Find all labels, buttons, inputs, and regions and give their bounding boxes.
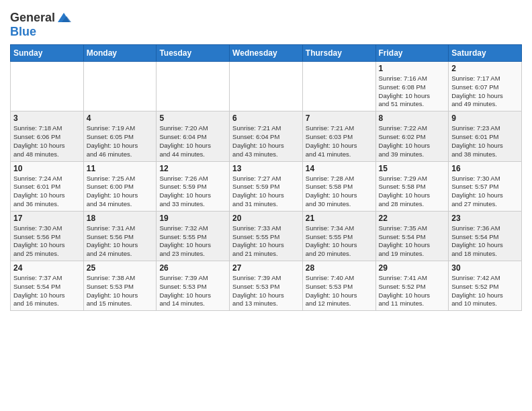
cell-content: Sunrise: 7:29 AM Sunset: 5:58 PM Dayligh… — [379, 175, 446, 209]
day-number: 20 — [232, 214, 300, 223]
day-number: 4 — [87, 113, 154, 123]
cell-content: Sunrise: 7:21 AM Sunset: 6:04 PM Dayligh… — [232, 124, 300, 158]
cell-content: Sunrise: 7:23 AM Sunset: 6:01 PM Dayligh… — [451, 124, 519, 158]
calendar-cell: 7Sunrise: 7:21 AM Sunset: 6:03 PM Daylig… — [302, 111, 375, 161]
day-number: 28 — [306, 263, 373, 273]
day-number: 7 — [306, 113, 373, 123]
calendar-cell: 15Sunrise: 7:29 AM Sunset: 5:58 PM Dayli… — [375, 161, 449, 211]
day-number: 9 — [451, 113, 519, 123]
day-number: 26 — [159, 263, 226, 273]
cell-content: Sunrise: 7:35 AM Sunset: 5:54 PM Dayligh… — [379, 224, 446, 259]
calendar-table: SundayMondayTuesdayWednesdayThursdayFrid… — [10, 44, 522, 311]
day-number: 8 — [379, 113, 446, 123]
calendar-cell: 8Sunrise: 7:22 AM Sunset: 6:02 PM Daylig… — [375, 111, 449, 161]
cell-content: Sunrise: 7:19 AM Sunset: 6:05 PM Dayligh… — [87, 124, 154, 158]
cell-content: Sunrise: 7:21 AM Sunset: 6:03 PM Dayligh… — [306, 124, 373, 158]
day-number: 29 — [379, 263, 446, 273]
calendar-cell: 11Sunrise: 7:25 AM Sunset: 6:00 PM Dayli… — [83, 161, 157, 211]
cell-content: Sunrise: 7:24 AM Sunset: 6:01 PM Dayligh… — [13, 175, 81, 209]
day-number: 12 — [159, 164, 226, 173]
cell-content: Sunrise: 7:25 AM Sunset: 6:00 PM Dayligh… — [87, 175, 154, 209]
calendar-cell: 5Sunrise: 7:20 AM Sunset: 6:04 PM Daylig… — [157, 111, 230, 161]
day-number: 6 — [232, 113, 300, 123]
weekday-wednesday: Wednesday — [230, 45, 303, 62]
day-number: 24 — [13, 263, 81, 273]
calendar-cell: 29Sunrise: 7:41 AM Sunset: 5:52 PM Dayli… — [375, 261, 449, 311]
header: General Blue — [10, 7, 522, 39]
day-number: 15 — [379, 164, 446, 173]
calendar-cell — [230, 62, 303, 111]
day-number: 30 — [451, 263, 519, 273]
day-number: 25 — [87, 263, 154, 273]
calendar-cell: 18Sunrise: 7:31 AM Sunset: 5:56 PM Dayli… — [83, 211, 157, 261]
calendar-cell — [83, 62, 157, 111]
calendar-cell: 2Sunrise: 7:17 AM Sunset: 6:07 PM Daylig… — [449, 62, 522, 111]
calendar-cell: 3Sunrise: 7:18 AM Sunset: 6:06 PM Daylig… — [11, 111, 84, 161]
logo-general: General — [10, 11, 55, 25]
day-number: 2 — [451, 64, 519, 73]
cell-content: Sunrise: 7:39 AM Sunset: 5:53 PM Dayligh… — [232, 274, 300, 308]
cell-content: Sunrise: 7:39 AM Sunset: 5:53 PM Dayligh… — [159, 274, 226, 308]
day-number: 3 — [13, 113, 81, 123]
day-number: 27 — [232, 263, 300, 273]
week-row-4: 17Sunrise: 7:30 AM Sunset: 5:56 PM Dayli… — [11, 211, 522, 261]
calendar-cell: 28Sunrise: 7:40 AM Sunset: 5:53 PM Dayli… — [302, 261, 375, 311]
day-number: 21 — [306, 214, 373, 223]
cell-content: Sunrise: 7:22 AM Sunset: 6:02 PM Dayligh… — [379, 124, 446, 158]
day-number: 14 — [306, 164, 373, 173]
cell-content: Sunrise: 7:31 AM Sunset: 5:56 PM Dayligh… — [87, 224, 154, 259]
day-number: 5 — [159, 113, 226, 123]
cell-content: Sunrise: 7:33 AM Sunset: 5:55 PM Dayligh… — [232, 224, 300, 259]
calendar-cell: 30Sunrise: 7:42 AM Sunset: 5:52 PM Dayli… — [449, 261, 522, 311]
cell-content: Sunrise: 7:42 AM Sunset: 5:52 PM Dayligh… — [451, 274, 519, 308]
weekday-header-row: SundayMondayTuesdayWednesdayThursdayFrid… — [11, 45, 522, 62]
calendar-cell: 19Sunrise: 7:32 AM Sunset: 5:55 PM Dayli… — [157, 211, 230, 261]
weekday-sunday: Sunday — [11, 45, 84, 62]
logo-blue: Blue — [10, 25, 36, 38]
calendar-cell — [302, 62, 375, 111]
cell-content: Sunrise: 7:27 AM Sunset: 5:59 PM Dayligh… — [232, 175, 300, 209]
cell-content: Sunrise: 7:38 AM Sunset: 5:53 PM Dayligh… — [87, 274, 154, 308]
day-number: 23 — [451, 214, 519, 223]
calendar-cell: 4Sunrise: 7:19 AM Sunset: 6:05 PM Daylig… — [83, 111, 157, 161]
weekday-thursday: Thursday — [302, 45, 375, 62]
cell-content: Sunrise: 7:17 AM Sunset: 6:07 PM Dayligh… — [451, 75, 519, 109]
weekday-tuesday: Tuesday — [157, 45, 230, 62]
day-number: 13 — [232, 164, 300, 173]
cell-content: Sunrise: 7:16 AM Sunset: 6:08 PM Dayligh… — [379, 75, 446, 109]
day-number: 19 — [159, 214, 226, 223]
calendar-cell: 13Sunrise: 7:27 AM Sunset: 5:59 PM Dayli… — [230, 161, 303, 211]
cell-content: Sunrise: 7:41 AM Sunset: 5:52 PM Dayligh… — [379, 274, 446, 308]
calendar-cell: 6Sunrise: 7:21 AM Sunset: 6:04 PM Daylig… — [230, 111, 303, 161]
calendar-cell — [11, 62, 84, 111]
day-number: 18 — [87, 214, 154, 223]
calendar-cell: 1Sunrise: 7:16 AM Sunset: 6:08 PM Daylig… — [375, 62, 449, 111]
day-number: 22 — [379, 214, 446, 223]
page: General Blue SundayMondayTuesdayWednesda… — [0, 0, 532, 321]
day-number: 10 — [13, 164, 81, 173]
calendar-cell: 16Sunrise: 7:30 AM Sunset: 5:57 PM Dayli… — [449, 161, 522, 211]
calendar-cell: 25Sunrise: 7:38 AM Sunset: 5:53 PM Dayli… — [83, 261, 157, 311]
calendar-cell: 24Sunrise: 7:37 AM Sunset: 5:54 PM Dayli… — [11, 261, 84, 311]
calendar-cell: 17Sunrise: 7:30 AM Sunset: 5:56 PM Dayli… — [11, 211, 84, 261]
day-number: 16 — [451, 164, 519, 173]
week-row-5: 24Sunrise: 7:37 AM Sunset: 5:54 PM Dayli… — [11, 261, 522, 311]
cell-content: Sunrise: 7:26 AM Sunset: 5:59 PM Dayligh… — [159, 175, 226, 209]
weekday-friday: Friday — [375, 45, 449, 62]
cell-content: Sunrise: 7:36 AM Sunset: 5:54 PM Dayligh… — [451, 224, 519, 259]
day-number: 17 — [13, 214, 81, 223]
cell-content: Sunrise: 7:30 AM Sunset: 5:57 PM Dayligh… — [451, 175, 519, 209]
cell-content: Sunrise: 7:34 AM Sunset: 5:55 PM Dayligh… — [306, 224, 373, 259]
cell-content: Sunrise: 7:30 AM Sunset: 5:56 PM Dayligh… — [13, 224, 81, 259]
cell-content: Sunrise: 7:28 AM Sunset: 5:58 PM Dayligh… — [306, 175, 373, 209]
week-row-1: 1Sunrise: 7:16 AM Sunset: 6:08 PM Daylig… — [11, 62, 522, 111]
calendar-cell: 27Sunrise: 7:39 AM Sunset: 5:53 PM Dayli… — [230, 261, 303, 311]
day-number: 11 — [87, 164, 154, 173]
week-row-3: 10Sunrise: 7:24 AM Sunset: 6:01 PM Dayli… — [11, 161, 522, 211]
logo: General Blue — [10, 10, 71, 39]
day-number: 1 — [379, 64, 446, 73]
calendar-cell: 21Sunrise: 7:34 AM Sunset: 5:55 PM Dayli… — [302, 211, 375, 261]
cell-content: Sunrise: 7:20 AM Sunset: 6:04 PM Dayligh… — [159, 124, 226, 158]
cell-content: Sunrise: 7:18 AM Sunset: 6:06 PM Dayligh… — [13, 124, 81, 158]
calendar-cell: 20Sunrise: 7:33 AM Sunset: 5:55 PM Dayli… — [230, 211, 303, 261]
